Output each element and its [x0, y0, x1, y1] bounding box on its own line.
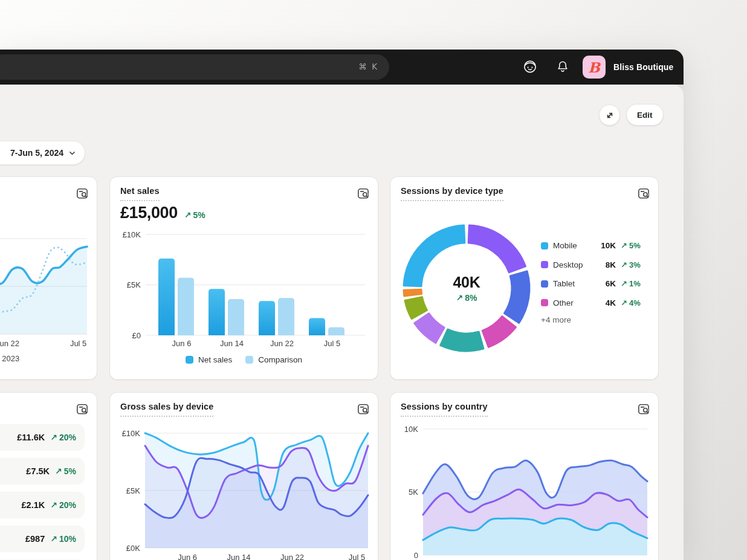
- admin-window: ⌘ K B Bliss Boutique: [0, 50, 684, 560]
- chart-legend: Net sales Comparison: [110, 355, 378, 364]
- svg-text:Jun 6: Jun 6: [178, 553, 197, 560]
- card-title: Sessions by device type: [401, 186, 503, 201]
- svg-text:Jul 5: Jul 5: [70, 339, 86, 348]
- view-report-icon: [637, 402, 650, 416]
- store-avatar: B: [583, 56, 606, 79]
- svg-text:Jun 22: Jun 22: [280, 553, 304, 560]
- svg-text:10K: 10K: [404, 425, 418, 434]
- svg-text:5K: 5K: [409, 488, 418, 497]
- card-title: Gross sales by device: [120, 402, 213, 417]
- legend-more-label[interactable]: +4 more: [541, 315, 648, 324]
- trend-up-icon: ↗: [184, 210, 192, 220]
- search-input[interactable]: ⌘ K: [0, 54, 389, 80]
- net-sales-value: £15,000: [120, 204, 178, 222]
- sales-over-time-chart: Jun 22Jul 5: [0, 225, 88, 353]
- net-sales-bar-chart: £10K£5K£0Jun 6Jun 14Jun 22Jul 5: [116, 230, 372, 351]
- top-bar: ⌘ K B Bliss Boutique: [0, 50, 684, 85]
- trend-up-icon: ↗: [50, 500, 57, 510]
- view-report-icon: [357, 402, 370, 416]
- sidekick-icon: [522, 59, 538, 74]
- view-report-icon: [637, 187, 650, 200]
- gross-sales-line-chart: £10K£5K£0KJun 6Jun 14Jun 22Jul 5: [116, 426, 372, 560]
- svg-text:Jun 6: Jun 6: [172, 339, 192, 348]
- avatar-letter: B: [588, 59, 600, 76]
- view-report-button[interactable]: [357, 187, 370, 200]
- trend-up-icon: ↗: [55, 466, 62, 476]
- dashboard-content: Edit 7-Jun 5, 2024 Jun 2: [0, 85, 684, 560]
- card-sessions-by-country: Sessions by country 10K5K0: [390, 393, 658, 560]
- legend-item: Net sales: [186, 355, 232, 364]
- metric-row: £7.5K ↗5%: [0, 458, 85, 484]
- country-area-chart: 10K5K0: [396, 422, 652, 560]
- store-menu[interactable]: B Bliss Boutique: [583, 56, 673, 79]
- svg-text:£5K: £5K: [127, 280, 141, 289]
- view-report-icon: [76, 187, 89, 200]
- expand-icon: [605, 111, 615, 120]
- trend-up-icon: ↗: [621, 298, 627, 307]
- card-sessions-by-device: Sessions by device type 40K ↗8%: [390, 177, 658, 379]
- view-report-button[interactable]: [357, 402, 370, 416]
- trend-up-icon: ↗: [621, 260, 627, 269]
- view-report-button[interactable]: [76, 187, 89, 200]
- svg-text:Jul 5: Jul 5: [324, 339, 340, 348]
- device-donut-chart: [398, 219, 535, 357]
- trend-up-icon: ↗: [50, 534, 57, 544]
- edit-dashboard-button[interactable]: Edit: [626, 104, 664, 126]
- date-range-picker[interactable]: 7-Jun 5, 2024: [0, 141, 85, 165]
- keyboard-shortcut-hint: ⌘ K: [358, 62, 378, 71]
- legend-swatch: [541, 261, 548, 268]
- svg-text:£10K: £10K: [123, 230, 141, 239]
- legend-swatch: [245, 356, 253, 364]
- donut-legend: Mobile 10K ↗5% Desktop 8K ↗3% Tablet 6K …: [541, 239, 648, 324]
- card-net-sales: Net sales £15,000 ↗5% £10K£5K£0Jun 6Jun …: [110, 177, 378, 379]
- svg-text:Jun 14: Jun 14: [220, 339, 244, 348]
- legend-swatch: [541, 242, 548, 249]
- svg-text:£0: £0: [132, 331, 141, 340]
- svg-text:Jun 22: Jun 22: [270, 339, 294, 348]
- metric-row: £2.1K ↗20%: [0, 492, 85, 518]
- view-report-icon: [76, 402, 89, 416]
- svg-text:£10K: £10K: [122, 429, 141, 438]
- legend-item: Tablet 6K ↗1%: [541, 277, 648, 290]
- comparison-period-label: –Jun 5, 2023: [0, 354, 19, 363]
- sidekick-assistant-button[interactable]: [522, 59, 538, 74]
- svg-text:£5K: £5K: [126, 486, 140, 495]
- legend-item: Other 4K ↗4%: [541, 297, 648, 309]
- card-title: Sessions by country: [401, 402, 488, 417]
- legend-item: Comparison: [245, 355, 302, 364]
- legend-swatch: [541, 299, 548, 306]
- expand-dashboard-button[interactable]: [599, 105, 620, 126]
- metric-row: £987 ↗10%: [0, 526, 85, 552]
- svg-text:Jun 22: Jun 22: [0, 339, 19, 348]
- svg-text:Jul 5: Jul 5: [349, 553, 365, 560]
- svg-text:0: 0: [414, 551, 418, 560]
- bell-icon: [556, 60, 569, 73]
- card-gross-sales-by-device: Gross sales by device £10K£5K£0KJun 6Jun…: [110, 393, 378, 560]
- trend-up-icon: ↗: [50, 433, 57, 442]
- legend-swatch: [186, 356, 193, 364]
- card-sales-over-time: Jun 22Jul 5 –Jun 5, 2023: [0, 177, 97, 379]
- metric-row: £11.6K ↗20%: [0, 424, 85, 451]
- date-range-label: 7-Jun 5, 2024: [10, 148, 63, 158]
- legend-swatch: [541, 280, 548, 288]
- chevron-down-icon: [68, 149, 77, 158]
- svg-text:Jun 14: Jun 14: [227, 553, 250, 560]
- view-report-button[interactable]: [76, 402, 89, 416]
- net-sales-delta: ↗5%: [184, 210, 205, 220]
- card-top-metrics: £11.6K ↗20% £7.5K ↗5% £2.1K ↗20% £987 ↗1…: [0, 393, 97, 560]
- view-report-icon: [357, 187, 370, 200]
- trend-up-icon: ↗: [621, 279, 627, 288]
- view-report-button[interactable]: [637, 402, 650, 416]
- store-name: Bliss Boutique: [613, 62, 673, 72]
- card-title: Net sales: [120, 186, 160, 201]
- legend-item: Desktop 8K ↗3%: [541, 259, 648, 271]
- svg-text:£0K: £0K: [126, 544, 140, 553]
- view-report-button[interactable]: [637, 187, 650, 200]
- trend-up-icon: ↗: [621, 241, 627, 250]
- notifications-button[interactable]: [556, 60, 569, 73]
- legend-item: Mobile 10K ↗5%: [541, 239, 648, 252]
